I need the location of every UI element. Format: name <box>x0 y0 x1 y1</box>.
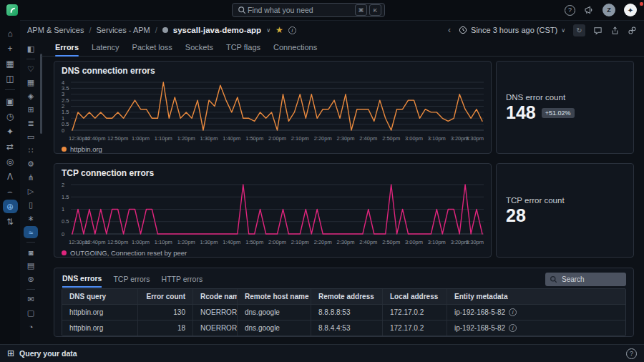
main-tab-connections[interactable]: Connections <box>273 43 317 56</box>
building-icon[interactable]: ▤ <box>24 260 38 272</box>
logs-app-icon[interactable]: Λ <box>3 170 18 183</box>
collapse-panel-icon[interactable]: ◧ <box>24 43 38 55</box>
plus-icon[interactable]: + <box>3 41 18 55</box>
comment-icon[interactable] <box>593 26 602 35</box>
help-circle-icon[interactable]: ◔ <box>24 321 38 333</box>
x-axis-tick-label: 1:50pm <box>245 135 263 142</box>
table-tab-tcp-errors[interactable]: TCP errors <box>113 275 150 287</box>
column-header[interactable]: Entity metadata <box>447 289 625 304</box>
sliders-icon[interactable]: ⇅ <box>3 215 18 228</box>
entity-info-icon[interactable]: i <box>509 308 517 316</box>
user-avatar[interactable]: Z <box>602 4 615 16</box>
gear-icon[interactable]: ⚙ <box>24 158 38 170</box>
globe-app-icon[interactable]: ⊕ <box>3 200 18 213</box>
table-search-box[interactable] <box>545 273 626 286</box>
monitor-icon[interactable]: ▯ <box>24 199 38 211</box>
main-tab-sockets[interactable]: Sockets <box>185 43 213 56</box>
dashboards-app-icon[interactable]: ◷ <box>3 109 18 123</box>
table-cell: httpbin.org <box>62 321 137 336</box>
capture-icon[interactable]: ◙ <box>24 246 38 258</box>
breadcrumb-apm-services[interactable]: APM & Services <box>27 26 84 34</box>
rail-scrollbar[interactable] <box>40 54 42 134</box>
x-axis-tick-label: 2:40pm <box>359 135 377 142</box>
time-range-picker[interactable]: Since 3 hours ago (CST) ∨ <box>459 26 565 34</box>
assistant-icon[interactable]: ✦ <box>624 4 637 16</box>
main-tab-packet-loss[interactable]: Packet loss <box>132 43 172 56</box>
docs-book-icon[interactable]: ◫ <box>3 72 18 85</box>
cards-icon[interactable]: ⊞ <box>24 104 38 116</box>
tcp-chart-legend[interactable]: OUTGOING, Connection reset by peer <box>62 249 484 257</box>
query-your-data-button[interactable]: Query your data <box>19 349 77 358</box>
device-icon[interactable]: ▭ <box>24 131 38 143</box>
ai-sparkle-icon[interactable]: ✦ <box>3 124 18 138</box>
gallery-icon[interactable]: ▦ <box>24 77 38 89</box>
breadcrumb-services-apm[interactable]: Services - APM <box>97 26 150 34</box>
tcp-error-chart: 00.511.5212:30pm12:40pm12:50pm1:00pm1:10… <box>62 181 484 248</box>
search-icon <box>238 6 246 14</box>
info-icon[interactable]: i <box>288 26 296 34</box>
entity-info-icon[interactable]: i <box>509 324 517 332</box>
search-input[interactable] <box>246 5 353 15</box>
y-axis-tick-label: 3.5 <box>62 85 69 92</box>
table-row[interactable]: httpbin.org18NOERRORdns.google8.8.4.4:53… <box>62 320 625 336</box>
dns-chart-legend[interactable]: httpbin.org <box>62 145 484 153</box>
share-icon[interactable] <box>610 26 620 35</box>
table-cell: ip-192-168-5-82i <box>447 305 625 320</box>
y-axis-tick-label: 1.5 <box>62 194 69 200</box>
asterisk-icon[interactable]: ∗ <box>24 212 38 225</box>
table-row[interactable]: httpbin.org130NOERRORdns.google8.8.8.8:5… <box>62 304 625 320</box>
main-tab-latency[interactable]: Latency <box>92 43 119 56</box>
workflows-app-icon[interactable]: ⇄ <box>3 140 18 153</box>
x-axis-tick-label: 1:20pm <box>177 239 195 245</box>
observe-app-icon[interactable]: ▣ <box>3 94 18 108</box>
x-axis-tick-label: 1:50pm <box>245 239 263 245</box>
x-axis-tick-label: 2:20pm <box>314 239 332 245</box>
column-header[interactable]: Remote address <box>311 289 382 304</box>
help-icon[interactable]: ? <box>626 348 637 359</box>
main-tab-errors[interactable]: Errors <box>55 43 79 56</box>
megaphone-icon[interactable] <box>584 5 594 15</box>
table-tab-dns-errors[interactable]: DNS errors <box>62 274 102 288</box>
x-axis-tick-label: 1:10pm <box>155 135 172 142</box>
divider <box>26 59 35 59</box>
tcp-errors-chart-panel: TCP connection errors 00.511.5212:30pm12… <box>54 163 492 258</box>
favorite-star-icon[interactable]: ★ <box>275 25 283 35</box>
y-axis-tick-label: 1 <box>62 115 64 122</box>
header-actions: ‹ Since 3 hours ago (CST) ∨ ↻ <box>448 24 637 36</box>
nodes-icon[interactable]: ∷ <box>24 145 38 157</box>
profile-app-icon[interactable]: ◎ <box>3 155 18 168</box>
apps-grid-icon[interactable]: ▦ <box>3 57 18 70</box>
entity-name[interactable]: syscall-java-demo-app <box>173 26 261 34</box>
link-icon[interactable] <box>628 26 637 35</box>
main-tab-tcp-flags[interactable]: TCP flags <box>226 43 260 56</box>
column-header[interactable]: Local address <box>382 289 447 304</box>
column-header[interactable]: Remote host name <box>237 289 311 304</box>
topbar-actions: ? Z ✦ <box>565 0 637 20</box>
chevron-down-icon[interactable]: ∨ <box>266 27 270 34</box>
tcp-count-label: TCP error count <box>506 196 633 205</box>
syscall-chart-icon[interactable]: ≈ <box>24 226 38 238</box>
help-icon[interactable]: ? <box>565 5 575 16</box>
back-chevron-icon[interactable]: ‹ <box>448 25 451 35</box>
column-header[interactable]: Rcode name <box>192 289 237 304</box>
settings-icon[interactable]: ⊛ <box>24 273 38 285</box>
app-rail: ⌂+▦◫▣◷✦⇄◎Λ⌢⊕⇅ <box>0 20 20 344</box>
mail-icon[interactable]: ✉ <box>24 293 38 305</box>
table-search-input[interactable] <box>560 275 622 284</box>
refresh-button[interactable]: ↻ <box>573 24 585 36</box>
feedback-thumbs-icon[interactable]: ♡ <box>24 63 38 75</box>
y-axis-tick-label: 2 <box>62 103 64 109</box>
filter-list-icon[interactable]: ≣ <box>24 117 38 129</box>
table-tab-http-errors[interactable]: HTTP errors <box>162 275 203 287</box>
column-header[interactable]: DNS query <box>62 289 137 304</box>
topology-icon[interactable]: ⋔ <box>24 172 38 184</box>
home-icon[interactable]: ⌂ <box>3 26 18 40</box>
global-search-input[interactable]: ⌘ K <box>232 3 385 17</box>
column-header[interactable]: Error count <box>137 289 192 304</box>
academy-app-icon[interactable]: ⌢ <box>3 185 18 198</box>
shield-icon[interactable]: ◈ <box>24 90 38 102</box>
document-icon[interactable]: ▢ <box>24 307 38 319</box>
dynatrace-logo-icon[interactable] <box>6 4 18 16</box>
send-icon[interactable]: ▷ <box>24 185 38 197</box>
x-axis-tick-label: 12:40pm <box>84 135 105 142</box>
